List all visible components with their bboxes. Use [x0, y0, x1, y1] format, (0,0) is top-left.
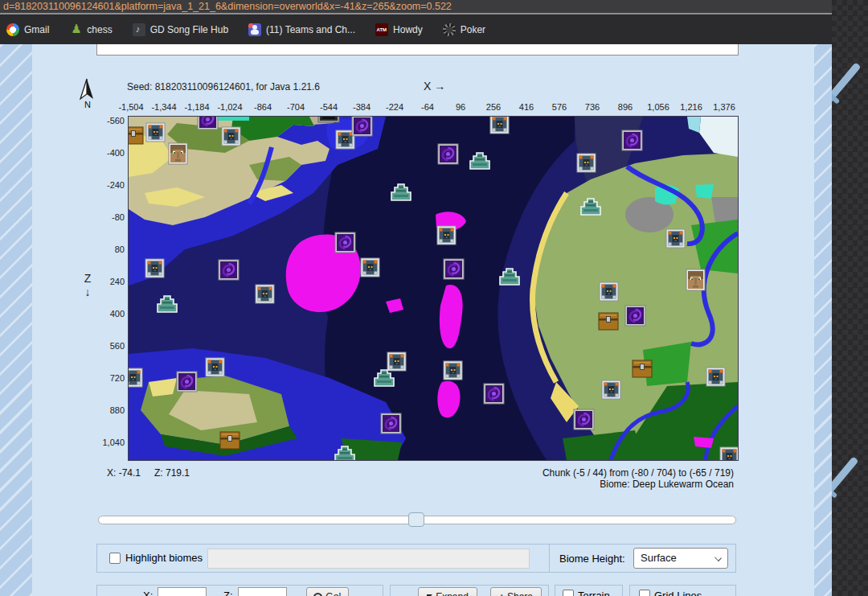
biome-height-label: Biome Height:	[559, 553, 625, 565]
share-up-arrow-icon: ↑	[499, 591, 504, 596]
trial-chambers-marker[interactable]	[720, 447, 738, 460]
x-tick: -1,504	[118, 102, 143, 112]
bookmark-label: (11) Teams and Ch...	[266, 24, 355, 35]
grid-lines-label: Grid Lines	[654, 590, 702, 596]
z-tick: 560	[110, 341, 125, 351]
trial-chambers-marker[interactable]	[256, 285, 274, 303]
trial-chambers-marker[interactable]	[222, 127, 240, 146]
trial-chambers-marker[interactable]	[490, 117, 509, 134]
highlight-biomes-label: Highlight biomes	[125, 552, 203, 564]
z-tick: -560	[107, 116, 125, 125]
x-tick: -1,184	[184, 102, 209, 112]
gmail-icon	[6, 23, 19, 36]
sword-icon	[832, 456, 858, 504]
north-label: N	[84, 100, 91, 109]
buried-treasure-marker[interactable]	[633, 360, 652, 377]
x-tick: 736	[585, 102, 600, 112]
goto-x-label: X:	[143, 590, 153, 596]
ruined-portal-marker[interactable]	[198, 117, 218, 129]
biome-map[interactable]	[128, 116, 739, 461]
share-button[interactable]: ↑ Share	[490, 587, 542, 596]
ruined-portal-marker[interactable]	[219, 260, 239, 280]
z-tick: -400	[107, 148, 125, 158]
trial-chambers-marker[interactable]	[444, 361, 462, 380]
x-tick: -224	[386, 102, 403, 112]
trial-chambers-marker[interactable]	[145, 259, 164, 277]
trial-chambers-marker[interactable]	[361, 258, 379, 277]
page-wallpaper-right	[814, 44, 832, 596]
grid-lines-checkbox[interactable]	[639, 590, 650, 596]
atm-icon	[375, 23, 388, 36]
bookmark-gmail[interactable]: Gmail	[6, 23, 49, 36]
ruined-portal-marker[interactable]	[381, 413, 401, 434]
highlight-biomes-checkbox[interactable]	[109, 553, 121, 564]
chunk-status: Chunk (-5 / 44) from (-80 / 704) to (-65…	[542, 467, 734, 490]
bookmark-gd-song-file-hub[interactable]: GD Song File Hub	[133, 23, 228, 36]
buried-treasure-marker[interactable]	[129, 127, 143, 144]
buried-treasure-marker[interactable]	[599, 313, 618, 330]
ruined-portal-marker[interactable]	[438, 144, 458, 164]
biome-readout: Biome: Deep Lukewarm Ocean	[542, 479, 734, 490]
browser-titlebar: d=818203110096124601&platform=java_1_21_…	[0, 0, 832, 14]
bookmark-howdy[interactable]: Howdy	[375, 23, 423, 36]
trial-chambers-marker[interactable]	[387, 352, 406, 371]
trial-chambers-marker[interactable]	[602, 380, 620, 399]
goto-z-input[interactable]	[238, 587, 287, 596]
terrain-checkbox[interactable]	[563, 590, 574, 596]
ruined-portal-marker[interactable]	[177, 372, 197, 392]
trial-chambers-marker[interactable]	[437, 226, 456, 245]
trial-chambers-marker[interactable]	[666, 229, 685, 248]
bookmark-poker[interactable]: Poker	[443, 23, 485, 36]
bookmark-chess[interactable]: chess	[69, 23, 112, 36]
bookmark-label: chess	[87, 24, 112, 35]
music-note-icon	[133, 23, 145, 36]
compass-north-icon: N	[78, 78, 96, 105]
bookmark-label: Howdy	[393, 24, 423, 35]
ancient-city-marker[interactable]	[318, 117, 339, 122]
ruined-portal-marker[interactable]	[625, 306, 645, 326]
expand-button[interactable]: Expand	[418, 587, 477, 596]
x-tick: 1,376	[713, 102, 735, 112]
z-axis-label: Z↓	[81, 272, 94, 299]
biome-height-value: Surface	[641, 552, 677, 564]
trial-chambers-marker[interactable]	[600, 282, 618, 301]
x-tick: -544	[320, 102, 338, 112]
village-marker[interactable]	[169, 143, 187, 164]
zoom-slider-handle[interactable]	[408, 512, 424, 527]
x-tick: 1,216	[680, 102, 702, 112]
ruined-portal-marker[interactable]	[622, 130, 642, 150]
x-tick: -64	[421, 102, 434, 112]
ruined-portal-marker[interactable]	[574, 409, 594, 430]
goto-x-input[interactable]	[158, 587, 207, 596]
bookmark-label: Gmail	[24, 24, 49, 35]
trial-chambers-marker[interactable]	[206, 358, 224, 376]
ruined-portal-marker[interactable]	[444, 259, 464, 279]
bookmark--11-teams-and-ch-[interactable]: (11) Teams and Ch...	[248, 23, 355, 36]
x-tick: 1,056	[647, 102, 669, 112]
x-tick: 896	[618, 102, 633, 112]
biome-controls-box: Highlight biomes Biome Height: Surface	[96, 544, 736, 573]
village-marker[interactable]	[686, 269, 705, 290]
controls-divider	[549, 545, 550, 572]
page-content: N Seed: 818203110096124601, for Java 1.2…	[0, 44, 832, 596]
seed-label: Seed: 818203110096124601, for Java 1.21.…	[127, 81, 320, 92]
z-tick: 1,040	[102, 438, 125, 447]
ruined-portal-marker[interactable]	[335, 232, 355, 253]
ruined-portal-marker[interactable]	[352, 117, 372, 136]
x-tick: -864	[254, 102, 272, 112]
biome-height-select[interactable]: Surface	[633, 548, 728, 569]
biome-map-canvas[interactable]	[129, 117, 738, 460]
x-axis-label: X →	[424, 80, 445, 92]
poker-chip-icon	[443, 23, 456, 36]
trial-chambers-marker[interactable]	[146, 123, 165, 142]
ruined-portal-marker[interactable]	[484, 384, 504, 404]
bookmark-label: GD Song File Hub	[150, 24, 228, 35]
trial-chambers-marker[interactable]	[129, 368, 142, 387]
trial-chambers-marker[interactable]	[577, 154, 596, 172]
highlight-biomes-input[interactable]	[207, 549, 530, 569]
go-button[interactable]: Go!	[306, 587, 349, 596]
seed-input-cutoff[interactable]	[96, 44, 739, 55]
buried-treasure-marker[interactable]	[220, 432, 240, 449]
page-wallpaper-left	[0, 44, 32, 596]
trial-chambers-marker[interactable]	[706, 368, 725, 386]
